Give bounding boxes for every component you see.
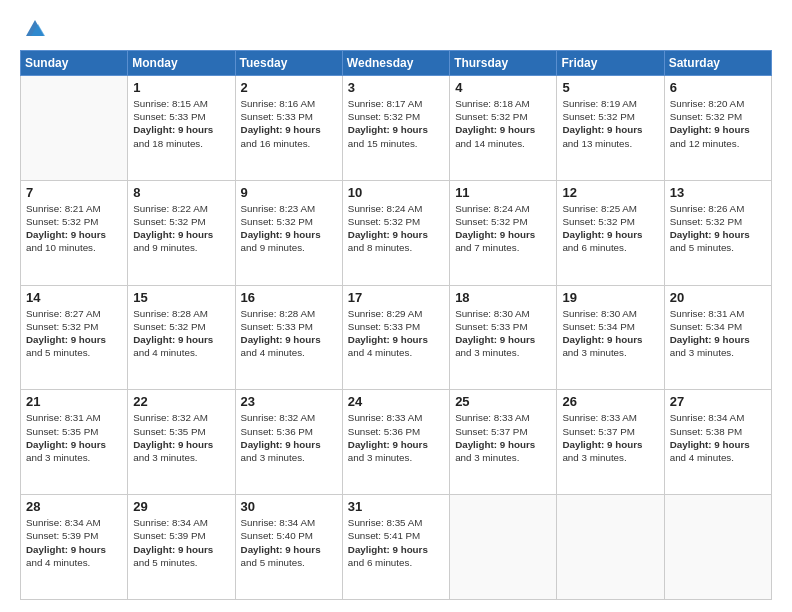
table-row: 6Sunrise: 8:20 AMSunset: 5:32 PMDaylight… [664, 76, 771, 181]
day-info: Sunrise: 8:30 AMSunset: 5:34 PMDaylight:… [562, 307, 658, 360]
day-info: Sunrise: 8:27 AMSunset: 5:32 PMDaylight:… [26, 307, 122, 360]
day-info: Sunrise: 8:22 AMSunset: 5:32 PMDaylight:… [133, 202, 229, 255]
table-row: 15Sunrise: 8:28 AMSunset: 5:32 PMDayligh… [128, 285, 235, 390]
table-row: 23Sunrise: 8:32 AMSunset: 5:36 PMDayligh… [235, 390, 342, 495]
table-row: 31Sunrise: 8:35 AMSunset: 5:41 PMDayligh… [342, 495, 449, 600]
table-row: 28Sunrise: 8:34 AMSunset: 5:39 PMDayligh… [21, 495, 128, 600]
day-number: 13 [670, 185, 766, 200]
table-row: 4Sunrise: 8:18 AMSunset: 5:32 PMDaylight… [450, 76, 557, 181]
weekday-wednesday: Wednesday [342, 51, 449, 76]
day-number: 12 [562, 185, 658, 200]
table-row: 2Sunrise: 8:16 AMSunset: 5:33 PMDaylight… [235, 76, 342, 181]
table-row: 18Sunrise: 8:30 AMSunset: 5:33 PMDayligh… [450, 285, 557, 390]
day-number: 3 [348, 80, 444, 95]
day-number: 20 [670, 290, 766, 305]
table-row: 7Sunrise: 8:21 AMSunset: 5:32 PMDaylight… [21, 180, 128, 285]
day-info: Sunrise: 8:26 AMSunset: 5:32 PMDaylight:… [670, 202, 766, 255]
day-number: 9 [241, 185, 337, 200]
day-info: Sunrise: 8:15 AMSunset: 5:33 PMDaylight:… [133, 97, 229, 150]
day-info: Sunrise: 8:30 AMSunset: 5:33 PMDaylight:… [455, 307, 551, 360]
weekday-thursday: Thursday [450, 51, 557, 76]
day-info: Sunrise: 8:34 AMSunset: 5:39 PMDaylight:… [133, 516, 229, 569]
logo [20, 18, 46, 40]
day-number: 7 [26, 185, 122, 200]
day-info: Sunrise: 8:33 AMSunset: 5:36 PMDaylight:… [348, 411, 444, 464]
day-number: 19 [562, 290, 658, 305]
table-row: 27Sunrise: 8:34 AMSunset: 5:38 PMDayligh… [664, 390, 771, 495]
day-info: Sunrise: 8:19 AMSunset: 5:32 PMDaylight:… [562, 97, 658, 150]
day-info: Sunrise: 8:35 AMSunset: 5:41 PMDaylight:… [348, 516, 444, 569]
day-info: Sunrise: 8:21 AMSunset: 5:32 PMDaylight:… [26, 202, 122, 255]
day-number: 31 [348, 499, 444, 514]
table-row: 26Sunrise: 8:33 AMSunset: 5:37 PMDayligh… [557, 390, 664, 495]
day-info: Sunrise: 8:31 AMSunset: 5:34 PMDaylight:… [670, 307, 766, 360]
day-info: Sunrise: 8:32 AMSunset: 5:36 PMDaylight:… [241, 411, 337, 464]
day-number: 18 [455, 290, 551, 305]
calendar-week-row: 28Sunrise: 8:34 AMSunset: 5:39 PMDayligh… [21, 495, 772, 600]
day-number: 21 [26, 394, 122, 409]
day-number: 14 [26, 290, 122, 305]
day-number: 4 [455, 80, 551, 95]
day-number: 2 [241, 80, 337, 95]
day-info: Sunrise: 8:16 AMSunset: 5:33 PMDaylight:… [241, 97, 337, 150]
table-row: 25Sunrise: 8:33 AMSunset: 5:37 PMDayligh… [450, 390, 557, 495]
day-number: 24 [348, 394, 444, 409]
table-row: 21Sunrise: 8:31 AMSunset: 5:35 PMDayligh… [21, 390, 128, 495]
page: SundayMondayTuesdayWednesdayThursdayFrid… [0, 0, 792, 612]
table-row: 12Sunrise: 8:25 AMSunset: 5:32 PMDayligh… [557, 180, 664, 285]
day-info: Sunrise: 8:23 AMSunset: 5:32 PMDaylight:… [241, 202, 337, 255]
table-row [21, 76, 128, 181]
day-info: Sunrise: 8:34 AMSunset: 5:40 PMDaylight:… [241, 516, 337, 569]
logo-icon [24, 18, 46, 40]
day-number: 16 [241, 290, 337, 305]
table-row: 24Sunrise: 8:33 AMSunset: 5:36 PMDayligh… [342, 390, 449, 495]
table-row: 30Sunrise: 8:34 AMSunset: 5:40 PMDayligh… [235, 495, 342, 600]
day-info: Sunrise: 8:20 AMSunset: 5:32 PMDaylight:… [670, 97, 766, 150]
day-number: 26 [562, 394, 658, 409]
day-number: 30 [241, 499, 337, 514]
header [20, 18, 772, 40]
day-number: 23 [241, 394, 337, 409]
table-row: 13Sunrise: 8:26 AMSunset: 5:32 PMDayligh… [664, 180, 771, 285]
day-number: 6 [670, 80, 766, 95]
table-row: 5Sunrise: 8:19 AMSunset: 5:32 PMDaylight… [557, 76, 664, 181]
day-info: Sunrise: 8:34 AMSunset: 5:38 PMDaylight:… [670, 411, 766, 464]
day-info: Sunrise: 8:32 AMSunset: 5:35 PMDaylight:… [133, 411, 229, 464]
day-number: 5 [562, 80, 658, 95]
day-number: 28 [26, 499, 122, 514]
table-row: 11Sunrise: 8:24 AMSunset: 5:32 PMDayligh… [450, 180, 557, 285]
day-number: 11 [455, 185, 551, 200]
day-number: 1 [133, 80, 229, 95]
table-row: 1Sunrise: 8:15 AMSunset: 5:33 PMDaylight… [128, 76, 235, 181]
day-number: 25 [455, 394, 551, 409]
day-info: Sunrise: 8:24 AMSunset: 5:32 PMDaylight:… [348, 202, 444, 255]
table-row: 29Sunrise: 8:34 AMSunset: 5:39 PMDayligh… [128, 495, 235, 600]
table-row: 3Sunrise: 8:17 AMSunset: 5:32 PMDaylight… [342, 76, 449, 181]
day-info: Sunrise: 8:33 AMSunset: 5:37 PMDaylight:… [455, 411, 551, 464]
day-info: Sunrise: 8:25 AMSunset: 5:32 PMDaylight:… [562, 202, 658, 255]
table-row: 16Sunrise: 8:28 AMSunset: 5:33 PMDayligh… [235, 285, 342, 390]
weekday-header-row: SundayMondayTuesdayWednesdayThursdayFrid… [21, 51, 772, 76]
table-row [450, 495, 557, 600]
calendar-week-row: 21Sunrise: 8:31 AMSunset: 5:35 PMDayligh… [21, 390, 772, 495]
table-row: 9Sunrise: 8:23 AMSunset: 5:32 PMDaylight… [235, 180, 342, 285]
day-info: Sunrise: 8:28 AMSunset: 5:33 PMDaylight:… [241, 307, 337, 360]
day-info: Sunrise: 8:18 AMSunset: 5:32 PMDaylight:… [455, 97, 551, 150]
weekday-sunday: Sunday [21, 51, 128, 76]
table-row: 17Sunrise: 8:29 AMSunset: 5:33 PMDayligh… [342, 285, 449, 390]
day-info: Sunrise: 8:33 AMSunset: 5:37 PMDaylight:… [562, 411, 658, 464]
weekday-monday: Monday [128, 51, 235, 76]
day-number: 8 [133, 185, 229, 200]
weekday-friday: Friday [557, 51, 664, 76]
table-row: 20Sunrise: 8:31 AMSunset: 5:34 PMDayligh… [664, 285, 771, 390]
day-number: 10 [348, 185, 444, 200]
day-info: Sunrise: 8:28 AMSunset: 5:32 PMDaylight:… [133, 307, 229, 360]
table-row: 8Sunrise: 8:22 AMSunset: 5:32 PMDaylight… [128, 180, 235, 285]
table-row [664, 495, 771, 600]
weekday-saturday: Saturday [664, 51, 771, 76]
calendar-table: SundayMondayTuesdayWednesdayThursdayFrid… [20, 50, 772, 600]
calendar-week-row: 14Sunrise: 8:27 AMSunset: 5:32 PMDayligh… [21, 285, 772, 390]
calendar-week-row: 1Sunrise: 8:15 AMSunset: 5:33 PMDaylight… [21, 76, 772, 181]
day-info: Sunrise: 8:24 AMSunset: 5:32 PMDaylight:… [455, 202, 551, 255]
day-number: 29 [133, 499, 229, 514]
